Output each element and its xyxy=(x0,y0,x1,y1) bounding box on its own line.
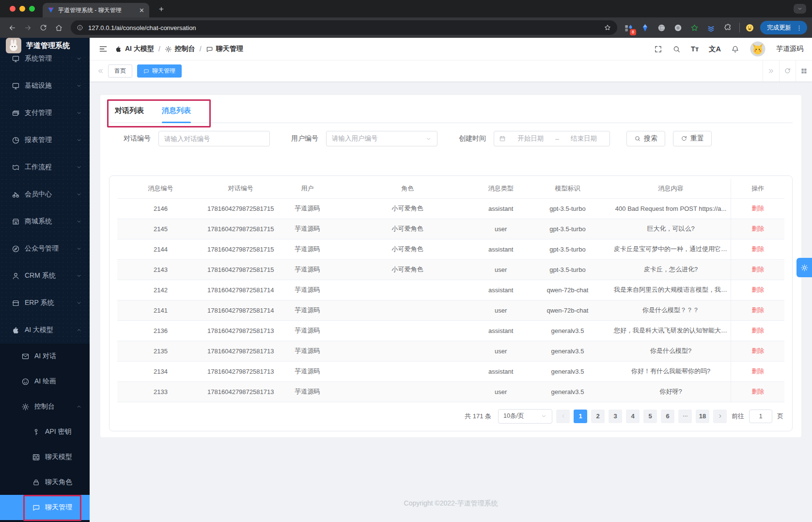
delete-link[interactable]: 删除 xyxy=(751,286,764,293)
sidebar-item[interactable]: 聊天模型 xyxy=(0,444,90,470)
delete-link[interactable]: 删除 xyxy=(751,367,764,375)
search-button[interactable]: 搜索 xyxy=(626,131,665,146)
breadcrumb-item[interactable]: AI 大模型 xyxy=(115,45,154,53)
start-date-placeholder[interactable]: 开始日期 xyxy=(510,134,551,143)
browser-tab[interactable]: 芋道管理系统 - 聊天管理 ✕ xyxy=(43,3,149,17)
page-tag[interactable]: 首页 xyxy=(108,64,132,78)
language-icon[interactable]: 文A xyxy=(709,45,721,54)
breadcrumb-item[interactable]: 控制台 xyxy=(165,45,195,53)
refresh-page-icon[interactable] xyxy=(779,61,796,81)
goto-page-input[interactable] xyxy=(749,410,772,423)
hamburger-icon[interactable] xyxy=(98,44,108,54)
site-info-icon[interactable] xyxy=(77,24,83,31)
sidebar-item[interactable]: 基础设施 xyxy=(0,72,90,99)
back-button[interactable] xyxy=(5,20,19,35)
user-avatar[interactable] xyxy=(750,41,766,57)
sidebar-item[interactable]: API 密钥 xyxy=(0,419,90,444)
breadcrumb-item[interactable]: 聊天管理 xyxy=(206,45,243,53)
delete-link[interactable]: 删除 xyxy=(751,245,764,253)
conversation-id-input[interactable] xyxy=(158,131,270,146)
url-text[interactable]: 127.0.0.1/ai/console/chat-conversation xyxy=(88,24,599,32)
tags-scroll-right-icon[interactable] xyxy=(763,61,779,81)
page-button[interactable]: 3 xyxy=(609,410,622,423)
layout-grid-icon[interactable] xyxy=(796,61,812,81)
content-tab[interactable]: 对话列表 xyxy=(115,103,144,123)
table-cell: 2134 xyxy=(117,361,204,381)
sidebar-item[interactable]: ERP 系统 xyxy=(0,289,90,316)
tags-scroll-left-icon[interactable] xyxy=(94,67,107,75)
settings-fab-button[interactable] xyxy=(796,258,812,277)
next-page-button[interactable] xyxy=(713,410,727,423)
content-tab[interactable]: 消息列表 xyxy=(162,103,191,123)
tab-search-button[interactable] xyxy=(794,4,806,14)
close-window-button[interactable] xyxy=(10,6,16,12)
reset-button-label: 重置 xyxy=(690,134,704,143)
reload-button[interactable] xyxy=(36,20,50,35)
sidebar-item[interactable]: AI 绘画 xyxy=(0,369,90,394)
maximize-window-button[interactable] xyxy=(29,6,35,12)
search-icon[interactable] xyxy=(672,45,681,53)
extension-button[interactable] xyxy=(671,21,685,34)
sidebar-item[interactable]: 聊天角色 xyxy=(0,470,90,495)
logo-avatar xyxy=(6,38,21,53)
delete-link[interactable]: 删除 xyxy=(751,225,764,232)
page-size-select[interactable]: 10条/页 xyxy=(498,409,552,424)
delete-link[interactable]: 删除 xyxy=(751,266,764,273)
forward-button[interactable] xyxy=(20,20,35,35)
page-button[interactable]: 2 xyxy=(591,410,605,423)
fullscreen-icon[interactable] xyxy=(654,45,662,53)
page-button[interactable]: 6 xyxy=(661,410,674,423)
more-pages-button[interactable] xyxy=(678,410,692,423)
notification-bell-icon[interactable] xyxy=(731,45,739,53)
sidebar-item[interactable]: 控制台 xyxy=(0,394,90,419)
browser-tabstrip: 芋道管理系统 - 聊天管理 ✕ + xyxy=(0,0,812,17)
username[interactable]: 芋道源码 xyxy=(776,45,803,53)
main-panel: 对话列表消息列表 对话编号 用户编号 请输入用户编号 创建时间 xyxy=(100,95,801,437)
sidebar-item[interactable]: 商城系统 xyxy=(0,208,90,235)
browser-menu-icon[interactable]: ⋮ xyxy=(794,24,804,32)
sidebar-item[interactable]: 聊天管理 xyxy=(0,495,90,520)
extension-button[interactable] xyxy=(721,21,734,34)
page-button[interactable]: 1 xyxy=(574,410,587,423)
extension-button[interactable] xyxy=(704,21,718,34)
home-button[interactable] xyxy=(51,20,66,35)
extension-button[interactable]: 8 xyxy=(622,21,635,34)
extension-button[interactable] xyxy=(688,21,701,34)
page-button[interactable]: 4 xyxy=(626,410,640,423)
table-cell: gpt-3.5-turbo xyxy=(524,239,611,259)
page-tag[interactable]: 聊天管理 xyxy=(137,64,182,78)
delete-link[interactable]: 删除 xyxy=(751,347,764,354)
page-button[interactable]: 18 xyxy=(696,410,709,423)
date-range-picker[interactable]: 开始日期 – 结束日期 xyxy=(494,131,610,146)
delete-link[interactable]: 删除 xyxy=(751,327,764,334)
table-cell: assistant xyxy=(478,239,524,259)
emoji-avatar-button[interactable] xyxy=(743,21,756,34)
sidebar: 芋道管理系统 系统管理基础设施支付管理报表管理工作流程会员中心商城系统公众号管理… xyxy=(0,38,90,522)
sidebar-item[interactable]: 报表管理 xyxy=(0,127,90,154)
end-date-placeholder[interactable]: 结束日期 xyxy=(563,134,605,143)
sidebar-item[interactable]: AI 对话 xyxy=(0,344,90,369)
sidebar-item[interactable]: 工作流程 xyxy=(0,154,90,181)
font-size-icon[interactable]: Tᴛ xyxy=(691,45,699,53)
extension-button[interactable] xyxy=(655,21,668,34)
page-button[interactable]: 5 xyxy=(643,410,657,423)
sidebar-item[interactable]: 支付管理 xyxy=(0,99,90,127)
delete-link[interactable]: 删除 xyxy=(751,306,764,314)
delete-link[interactable]: 删除 xyxy=(751,205,764,212)
minimize-window-button[interactable] xyxy=(19,6,25,12)
bookmark-star-icon[interactable] xyxy=(604,24,611,32)
sidebar-item[interactable]: 会员中心 xyxy=(0,181,90,208)
reset-button[interactable]: 重置 xyxy=(673,131,712,146)
url-bar[interactable]: 127.0.0.1/ai/console/chat-conversation xyxy=(71,20,617,35)
new-tab-button[interactable]: + xyxy=(156,4,167,15)
sidebar-item[interactable]: CRM 系统 xyxy=(0,262,90,289)
prev-page-button[interactable] xyxy=(556,410,570,423)
logo[interactable]: 芋道管理系统 xyxy=(0,38,90,53)
user-id-select[interactable]: 请输入用户编号 xyxy=(326,131,437,146)
extension-button[interactable] xyxy=(639,21,652,34)
close-tab-icon[interactable]: ✕ xyxy=(139,7,144,14)
sidebar-item[interactable]: 公众号管理 xyxy=(0,235,90,262)
sidebar-item[interactable]: AI 大模型 xyxy=(0,316,90,344)
browser-update-button[interactable]: 完成更新 ⋮ xyxy=(760,21,807,34)
delete-link[interactable]: 删除 xyxy=(751,388,764,395)
